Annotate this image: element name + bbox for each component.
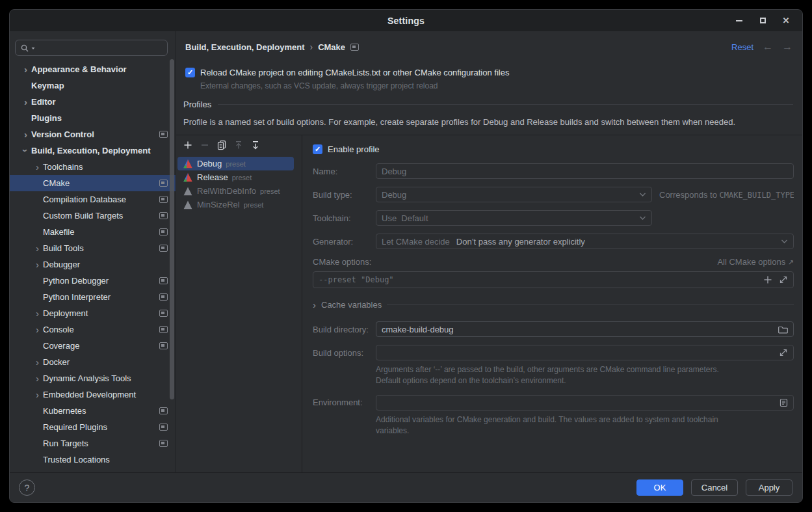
reload-cmake-checkbox[interactable]: ✓ xyxy=(185,68,195,77)
sidebar-item-build-execution-deployment[interactable]: ›Build, Execution, Deployment xyxy=(10,142,176,159)
profile-item-release[interactable]: Releasepreset xyxy=(177,170,294,184)
cancel-button[interactable]: Cancel xyxy=(691,479,738,496)
move-up-button[interactable] xyxy=(233,140,244,150)
breadcrumb-group[interactable]: Build, Execution, Deployment xyxy=(185,42,304,52)
all-cmake-options-link[interactable]: All CMake options ↗ xyxy=(717,257,794,267)
sidebar-item-keymap[interactable]: ›Keymap xyxy=(10,77,176,94)
expand-field-icon[interactable] xyxy=(779,275,788,284)
sidebar-item-coverage[interactable]: ›Coverage xyxy=(10,338,176,354)
sidebar-item-debugger[interactable]: ›Debugger xyxy=(10,256,176,273)
environment-label: Environment: xyxy=(313,397,376,407)
sidebar-item-kubernetes[interactable]: ›Kubernetes xyxy=(10,403,176,419)
profile-item-debug[interactable]: Debugpreset xyxy=(177,157,294,170)
back-arrow-icon[interactable]: ← xyxy=(763,41,773,53)
chevron-right-icon[interactable]: › xyxy=(32,373,43,383)
project-settings-icon xyxy=(159,196,168,203)
cmake-build-type-var: CMAKE_BUILD_TYPE xyxy=(720,191,794,200)
build-directory-label: Build directory: xyxy=(313,325,376,334)
profile-preset-suffix: preset xyxy=(232,174,252,182)
sidebar-item-toolchains[interactable]: ›Toolchains xyxy=(10,159,176,175)
sidebar-item-console[interactable]: ›Console xyxy=(10,321,176,338)
toolchain-label: Toolchain: xyxy=(313,213,376,223)
enable-profile-checkbox[interactable]: ✓ xyxy=(313,144,322,154)
name-value: Debug xyxy=(382,167,406,176)
sidebar-item-run-targets[interactable]: ›Run Targets xyxy=(10,435,176,451)
minimize-icon xyxy=(736,20,742,21)
profile-preset-suffix: preset xyxy=(260,187,280,195)
sidebar-item-appearance-behavior[interactable]: ›Appearance & Behavior xyxy=(10,61,176,77)
profile-item-relwithdebinfo[interactable]: RelWithDebInfopreset xyxy=(177,184,294,198)
close-button[interactable]: ✕ xyxy=(779,14,793,28)
project-settings-icon xyxy=(159,228,168,236)
chevron-down-icon[interactable]: › xyxy=(21,145,31,156)
search-input[interactable] xyxy=(15,40,168,56)
sidebar-item-plugins[interactable]: ›Plugins xyxy=(10,110,176,126)
chevron-right-icon[interactable]: › xyxy=(20,64,31,74)
build-options-field[interactable] xyxy=(376,345,794,360)
move-down-button[interactable] xyxy=(250,140,261,150)
remove-profile-button[interactable] xyxy=(200,140,210,150)
breadcrumb: Build, Execution, Deployment › CMake xyxy=(185,42,359,52)
build-directory-field[interactable]: cmake-build-debug xyxy=(376,321,794,337)
sidebar-item-required-plugins[interactable]: ›Required Plugins xyxy=(10,419,176,435)
sidebar-item-embedded-development[interactable]: ›Embedded Development xyxy=(10,386,176,403)
profile-item-minsizerel[interactable]: MinSizeRelpreset xyxy=(177,198,294,211)
sidebar-item-custom-build-targets[interactable]: ›Custom Build Targets xyxy=(10,208,176,224)
chevron-right-icon[interactable]: › xyxy=(32,260,43,269)
profiles-list-panel: DebugpresetReleasepresetRelWithDebInfopr… xyxy=(176,135,302,472)
help-button[interactable]: ? xyxy=(19,479,35,496)
chevron-right-icon[interactable]: › xyxy=(32,243,43,253)
chevron-right-icon[interactable]: › xyxy=(32,308,43,318)
chevron-right-icon[interactable]: › xyxy=(32,390,43,399)
chevron-right-icon[interactable]: › xyxy=(32,162,43,172)
sidebar-item-compilation-database[interactable]: ›Compilation Database xyxy=(10,191,176,208)
sidebar-item-python-interpreter[interactable]: ›Python Interpreter xyxy=(10,289,176,305)
generator-select[interactable]: Let CMake decide Don’t pass any generato… xyxy=(376,234,794,249)
sidebar-item-label: Makefile xyxy=(43,227,74,237)
add-option-icon[interactable] xyxy=(763,275,772,284)
chevron-right-icon[interactable]: › xyxy=(20,97,31,107)
forward-arrow-icon[interactable]: → xyxy=(782,41,792,53)
apply-button[interactable]: Apply xyxy=(746,479,792,496)
profile-preset-suffix: preset xyxy=(226,160,246,168)
ok-button[interactable]: OK xyxy=(636,479,683,496)
sidebar-item-dynamic-analysis-tools[interactable]: ›Dynamic Analysis Tools xyxy=(10,370,176,386)
add-profile-button[interactable] xyxy=(183,140,193,150)
sidebar-item-cmake[interactable]: ›CMake xyxy=(10,175,176,191)
sidebar-item-deployment[interactable]: ›Deployment xyxy=(10,305,176,321)
reset-link[interactable]: Reset xyxy=(731,42,753,52)
cmake-options-field[interactable]: --preset "Debug" xyxy=(313,271,794,288)
sidebar-item-version-control[interactable]: ›Version Control xyxy=(10,126,176,142)
window-controls: ✕ xyxy=(732,10,793,31)
settings-tree: ›Appearance & Behavior›Keymap›Editor›Plu… xyxy=(10,61,176,468)
folder-icon[interactable] xyxy=(778,325,788,334)
environment-field[interactable] xyxy=(376,395,794,411)
project-settings-icon xyxy=(159,245,168,252)
expand-field-icon[interactable] xyxy=(779,348,788,357)
sidebar-item-editor[interactable]: ›Editor xyxy=(10,94,176,110)
sidebar-scrollbar[interactable] xyxy=(170,59,174,399)
sidebar-item-trusted-locations[interactable]: ›Trusted Locations xyxy=(10,451,176,468)
settings-dialog: Settings ✕ ›Appearance & Behavior›Keymap… xyxy=(9,9,803,503)
sidebar-item-build-tools[interactable]: ›Build Tools xyxy=(10,240,176,256)
sidebar-item-docker[interactable]: ›Docker xyxy=(10,354,176,370)
build-directory-value: cmake-build-debug xyxy=(382,325,454,334)
copy-profile-button[interactable] xyxy=(216,140,227,150)
chevron-right-icon[interactable]: › xyxy=(32,357,43,367)
toolchain-select[interactable]: Use Default xyxy=(376,210,652,226)
environment-variables-icon[interactable] xyxy=(779,398,788,407)
chevron-right-icon[interactable]: › xyxy=(32,325,43,334)
maximize-icon xyxy=(760,18,766,23)
name-field[interactable]: Debug xyxy=(376,163,794,179)
profiles-section-divider xyxy=(218,104,793,105)
sidebar-item-python-debugger[interactable]: ›Python Debugger xyxy=(10,273,176,289)
cache-variables-toggle[interactable]: › Cache variables xyxy=(313,300,794,310)
minimize-button[interactable] xyxy=(732,14,746,28)
chevron-right-icon[interactable]: › xyxy=(20,129,31,139)
maximize-button[interactable] xyxy=(755,14,770,28)
build-type-select[interactable]: Debug xyxy=(376,187,652,202)
sidebar-item-makefile[interactable]: ›Makefile xyxy=(10,224,176,240)
chevron-down-icon xyxy=(639,192,646,197)
sidebar-item-label: Custom Build Targets xyxy=(43,211,123,221)
project-settings-icon xyxy=(159,180,168,187)
